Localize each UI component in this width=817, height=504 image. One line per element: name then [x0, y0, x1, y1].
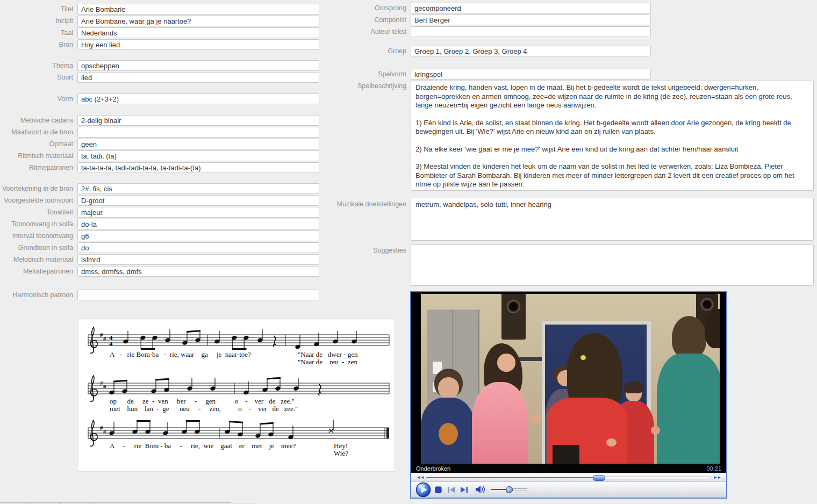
toonomvang-solfa-input[interactable] — [77, 219, 319, 229]
next-button[interactable] — [460, 486, 469, 494]
lyrics-line-1: A - rie Bom-ba - rie, waar ga je naar-to… — [110, 351, 251, 358]
speaker-icon — [476, 486, 484, 493]
seek-track[interactable] — [426, 475, 711, 480]
field-label: Spelvorm — [321, 69, 406, 80]
seek-progress-line — [426, 477, 597, 478]
titel-input[interactable] — [77, 4, 319, 15]
fast-forward-icon[interactable]: ►► — [711, 473, 723, 481]
field-label: Taal — [0, 27, 73, 38]
ritmepatronen-input[interactable] — [77, 162, 319, 173]
volume-level-line — [491, 489, 507, 490]
spelbeschrijving-paragraph: 2) Na elke keer 'wie gaat er me je mee?'… — [415, 145, 809, 154]
volume-slider[interactable] — [491, 488, 527, 491]
field-label: Melodisch materiaal — [0, 254, 73, 265]
scene-child-boy-red-hair — [624, 381, 643, 393]
ritmisch-materiaal-input[interactable] — [77, 150, 319, 161]
scene-child-boy-left-face — [438, 377, 459, 399]
rewind-icon[interactable]: ◄◄ — [414, 473, 426, 481]
spelvorm-input[interactable] — [411, 69, 651, 80]
stop-button[interactable] — [435, 486, 442, 493]
video-pillarbox-right — [720, 292, 726, 464]
melodisch-materiaal-input[interactable] — [77, 254, 319, 265]
voortekening-input[interactable] — [77, 183, 319, 194]
field-label: Bron — [0, 39, 73, 50]
svg-text:4: 4 — [109, 340, 113, 348]
field-label: Componist — [321, 15, 406, 25]
page: Titel Incipit Taal Bron Thema Soort Vorm… — [0, 0, 817, 504]
scene-speaker-left-cone — [506, 299, 521, 314]
video-player: Onderbroken 00:21 ◄◄ ►► — [410, 291, 727, 499]
grondtoon-input[interactable] — [77, 242, 319, 253]
field-label: Harmonisch patroon — [0, 290, 73, 300]
sheet-music-panel: ## ## ## 44 — [78, 318, 395, 472]
harmonisch-patroon-input[interactable] — [77, 290, 319, 300]
incipit-input[interactable] — [77, 16, 319, 26]
field-label: Oorsprong — [321, 3, 406, 13]
seek-groove — [599, 477, 711, 479]
bron-input[interactable] — [77, 39, 319, 50]
player-seek-row: ◄◄ ►► — [411, 473, 726, 481]
scene-child-girl-pink-face — [497, 354, 515, 372]
player-status-bar: Onderbroken 00:21 — [411, 464, 726, 473]
field-label: Toonomvang in solfa — [0, 219, 73, 229]
maatsoort-input[interactable] — [77, 127, 319, 138]
suggesties-textarea[interactable] — [411, 244, 814, 286]
spelbeschrijving-textarea[interactable]: Draaiende kring, handen vast, lopen in d… — [411, 81, 814, 191]
scene-joined-hands — [606, 438, 617, 447]
scene-child-teal-body — [657, 354, 720, 464]
melodiepatronen-input[interactable] — [77, 266, 319, 277]
previous-button[interactable] — [447, 486, 456, 494]
muzikale-doelstellingen-textarea[interactable]: metrum, wandelpas, solo-tutti, inner hea… — [411, 198, 814, 241]
field-label: Grondtoon in solfa — [0, 242, 73, 253]
lyrics-line-3: A - rie Bom - ba - rie, wie gaat er met … — [110, 442, 296, 450]
spelbeschrijving-paragraph: 3) Meestal vinden de kinderen het leuk o… — [415, 162, 809, 189]
video-display[interactable] — [411, 292, 726, 464]
field-label: Titel — [0, 4, 73, 15]
player-controls-bar — [411, 481, 726, 498]
field-label: Maatsoort in de bron — [0, 127, 73, 138]
muzikale-doelstellingen-value: metrum, wandelpas, solo-tutti, inner hea… — [415, 200, 551, 208]
volume-thumb[interactable] — [506, 486, 513, 493]
svg-text:#: # — [103, 384, 106, 390]
toonsoort-input[interactable] — [77, 195, 319, 206]
field-label: Tonaliteit — [0, 207, 73, 218]
scene-joined-hands — [532, 414, 541, 423]
field-label: Opmaat — [0, 139, 73, 149]
lyrics-line-2: op de ze - ven ber - gen o - ver de zee.… — [110, 398, 298, 413]
playback-time: 00:21 — [706, 465, 721, 472]
scene-joined-hands — [651, 426, 660, 435]
svg-text:#: # — [103, 428, 106, 435]
componist-input[interactable] — [411, 15, 651, 25]
interval-toonomvang-input[interactable] — [77, 231, 319, 241]
soort-input[interactable] — [77, 72, 319, 83]
thema-input[interactable] — [77, 60, 319, 71]
field-label: Groep — [321, 46, 406, 56]
field-label: Voortekening in de bron — [0, 183, 73, 194]
scene-child-girl-pink-body — [472, 382, 529, 464]
play-button[interactable] — [415, 482, 431, 498]
vorm-input[interactable] — [77, 93, 319, 104]
spelbeschrijving-label: Spelbeschrijving — [321, 82, 406, 90]
field-label: Incipit — [0, 16, 73, 26]
seek-thumb[interactable] — [593, 475, 605, 481]
field-label: Ritmepatronen — [0, 162, 73, 173]
opmaat-input[interactable] — [77, 139, 319, 149]
field-label: Interval toonomvang — [0, 231, 73, 241]
oorsprong-input[interactable] — [411, 3, 651, 13]
stop-icon — [435, 487, 441, 493]
field-label: Melodiepatronen — [0, 266, 73, 277]
video-frame-scene — [421, 294, 720, 464]
muzikale-doelstellingen-label: Muzikale doelstellingen — [321, 200, 406, 208]
field-label: Voorgestelde toonsoort — [0, 195, 73, 206]
suggesties-label: Suggesties — [321, 247, 406, 254]
taal-input[interactable] — [77, 27, 319, 38]
scene-chair — [553, 445, 579, 464]
metrische-cadans-input[interactable] — [77, 115, 319, 126]
auteur-tekst-input[interactable] — [411, 26, 651, 37]
mute-button[interactable] — [475, 485, 486, 494]
lyrics-line-3-end: Hey! Wie? — [334, 442, 348, 457]
lyrics-line-1-refrain: "Naar de dwer - gen "Naar de reu - zen — [298, 351, 357, 366]
tonaliteit-input[interactable] — [77, 207, 319, 218]
spelbeschrijving-paragraph: Draaiende kring, handen vast, lopen in d… — [415, 83, 809, 110]
groep-input[interactable] — [411, 46, 651, 56]
